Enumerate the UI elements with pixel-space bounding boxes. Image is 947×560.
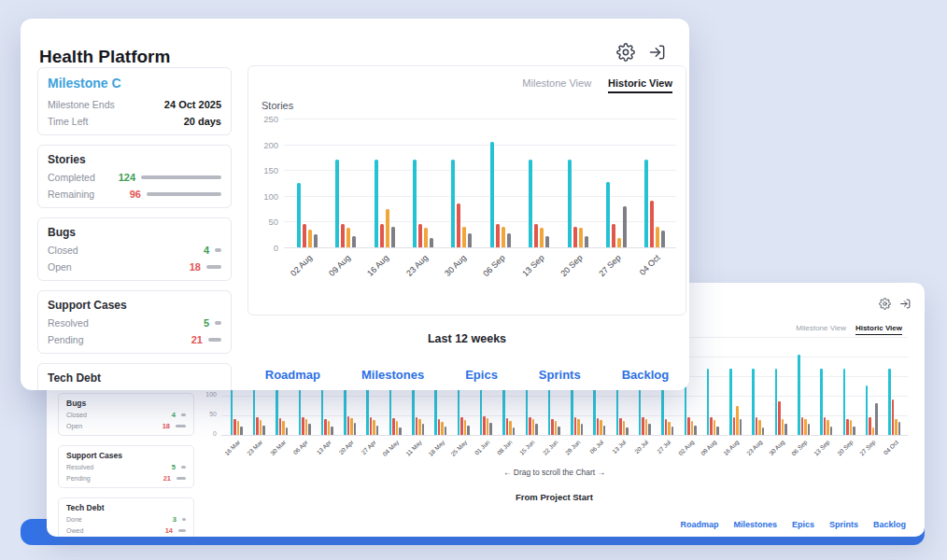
bar-teal xyxy=(335,160,339,247)
nav-link-epics[interactable]: Epics xyxy=(465,368,498,382)
stat-value-group: 5 xyxy=(172,463,186,471)
bar-teal xyxy=(297,183,301,247)
bar-red xyxy=(380,224,384,247)
x-tick-label: 27 Jul xyxy=(657,439,672,455)
nav-link-roadmap[interactable]: Roadmap xyxy=(680,520,718,529)
bar-orange xyxy=(623,421,626,435)
bar-red xyxy=(619,418,622,435)
bar-red xyxy=(483,416,486,435)
x-axis-labels: 02 Aug09 Aug16 Aug23 Aug30 Aug06 Sep13 S… xyxy=(288,247,674,288)
x-tick-label: 16 Mar xyxy=(223,439,241,456)
stat-card-bugs: BugsClosed4Open18 xyxy=(37,217,232,281)
bar-gray xyxy=(489,423,492,435)
stories-chart: 25020015010050002 Aug09 Aug16 Aug23 Aug3… xyxy=(260,119,676,315)
x-tick-label: 23 Mar xyxy=(246,439,263,456)
nav-link-backlog[interactable]: Backlog xyxy=(622,368,670,382)
stat-card-support-cases: Support CasesResolved5Pending21 xyxy=(37,290,232,354)
bar-orange xyxy=(487,418,489,435)
milestone-card: Milestone C Milestone Ends 24 Oct 2025 T… xyxy=(37,67,232,135)
stat-value: 5 xyxy=(204,317,209,329)
stat-row: Owed14 xyxy=(66,526,186,535)
tab-historic-view[interactable]: Historic View xyxy=(608,77,672,93)
bar-red xyxy=(438,419,441,435)
bar-group xyxy=(725,337,747,435)
view-toggle: Milestone View Historic View xyxy=(522,77,672,93)
bar-orange xyxy=(308,230,312,247)
x-tick-label: 20 Sep xyxy=(558,253,584,278)
bar-gray xyxy=(240,427,243,435)
main-nav-links: RoadmapMilestonesEpicsSprintsBacklog xyxy=(247,368,686,382)
x-tick-label: 09 Aug xyxy=(327,253,352,278)
settings-icon[interactable] xyxy=(879,298,891,310)
bar-orange xyxy=(540,228,544,247)
x-tick: 09 Aug xyxy=(326,247,364,288)
x-tick-label: 20 Jul xyxy=(633,439,649,455)
stat-row: Resolved5 xyxy=(48,317,221,329)
bar-red xyxy=(869,417,871,435)
stat-card-title: Support Cases xyxy=(66,451,186,460)
bar-red xyxy=(665,419,668,435)
bar-orange xyxy=(872,427,875,435)
nav-link-backlog[interactable]: Backlog xyxy=(873,520,906,529)
nav-link-epics[interactable]: Epics xyxy=(792,520,814,529)
exit-icon[interactable] xyxy=(899,298,912,310)
y-tick-label: 0 xyxy=(274,243,278,253)
desktop-background: Milestone View Historic View BugsClosed4… xyxy=(0,0,947,560)
bar-gray xyxy=(352,236,356,247)
back-nav-links: RoadmapMilestonesEpicsSprintsBacklog xyxy=(680,520,906,529)
bar-group xyxy=(860,337,883,435)
bar-red xyxy=(597,418,600,435)
tab-milestone-view[interactable]: Milestone View xyxy=(796,324,846,332)
bar-red xyxy=(460,417,463,435)
bar-gray xyxy=(399,427,402,435)
stat-value: 3 xyxy=(173,515,177,524)
bar-orange xyxy=(502,227,505,247)
y-tick-label: 250 xyxy=(263,114,278,124)
back-sidebar-stats: BugsClosed4Open18Support CasesResolved5P… xyxy=(58,393,194,537)
bar-teal xyxy=(775,369,778,435)
bar-teal xyxy=(685,386,687,436)
bar-orange xyxy=(464,420,467,435)
exit-icon[interactable] xyxy=(648,43,667,62)
bar-orange xyxy=(509,421,512,435)
bar-orange xyxy=(850,420,853,435)
x-tick-label: 25 May xyxy=(449,439,468,457)
x-tick-label: 08 Jun xyxy=(496,439,514,456)
bar-teal xyxy=(644,160,648,247)
bar-red xyxy=(650,201,654,247)
stat-card-support-cases: Support CasesResolved5Pending21 xyxy=(58,445,194,488)
stat-label: Open xyxy=(66,423,82,429)
nav-link-milestones[interactable]: Milestones xyxy=(361,368,424,382)
tab-historic-view[interactable]: Historic View xyxy=(855,324,902,335)
bar-group xyxy=(481,119,519,247)
nav-link-milestones[interactable]: Milestones xyxy=(733,520,777,529)
settings-icon[interactable] xyxy=(616,43,635,62)
x-tick-label: 23 Aug xyxy=(404,253,430,278)
health-platform-window: Health Platform Milestone C Milestone En… xyxy=(21,19,689,390)
x-tick-label: 27 Sep xyxy=(858,439,877,457)
x-tick-label: 06 Sep xyxy=(482,253,507,278)
milestone-ends-value: 24 Oct 2025 xyxy=(164,99,221,110)
x-tick: 04 Oct xyxy=(636,247,674,288)
stat-value: 124 xyxy=(119,172,135,183)
bar-orange xyxy=(396,421,399,435)
bar-group xyxy=(519,119,558,247)
bar-teal xyxy=(606,182,610,247)
tab-milestone-view[interactable]: Milestone View xyxy=(522,77,591,89)
nav-link-roadmap[interactable]: Roadmap xyxy=(265,368,320,382)
bar-orange xyxy=(577,419,580,435)
bar-red xyxy=(551,419,554,435)
nav-link-sprints[interactable]: Sprints xyxy=(829,520,858,529)
bar-gray xyxy=(314,234,318,247)
y-tick-label: 200 xyxy=(263,140,278,150)
bar-orange xyxy=(237,421,240,435)
nav-link-sprints[interactable]: Sprints xyxy=(539,368,581,382)
bar-orange xyxy=(736,406,739,436)
bar-red xyxy=(778,401,781,435)
bar-red xyxy=(233,419,236,435)
bar-gray xyxy=(430,238,433,247)
bar-orange xyxy=(804,419,807,435)
bar-orange xyxy=(282,421,285,435)
stat-bar xyxy=(147,192,221,196)
bar-orange xyxy=(691,421,694,435)
